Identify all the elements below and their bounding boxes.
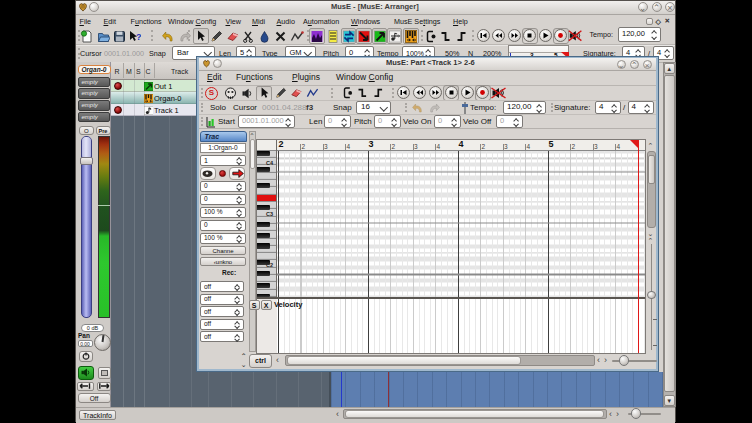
svg-text:?: ? (136, 32, 141, 42)
